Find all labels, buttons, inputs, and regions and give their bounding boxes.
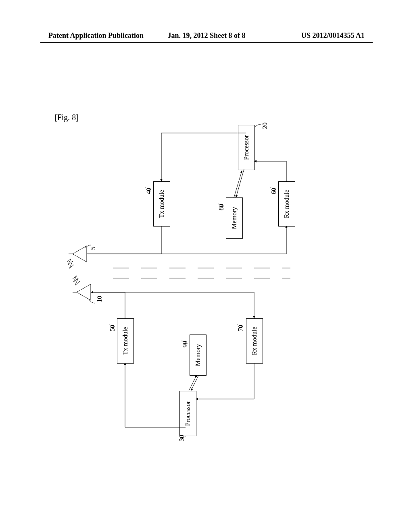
diagram: Processor Tx module Memory Rx module Tx … [65, 125, 290, 431]
diagram-wires [65, 125, 290, 431]
figure-label: [Fig. 8] [54, 113, 79, 122]
ref-30: 30 [178, 435, 186, 441]
header-right: US 2012/0014355 A1 [301, 31, 365, 40]
header-rule [40, 42, 373, 43]
header-center: Jan. 19, 2012 Sheet 8 of 8 [168, 31, 246, 40]
header-left: Patent Application Publication [48, 31, 144, 40]
page-header: Patent Application Publication Jan. 19, … [0, 31, 413, 40]
